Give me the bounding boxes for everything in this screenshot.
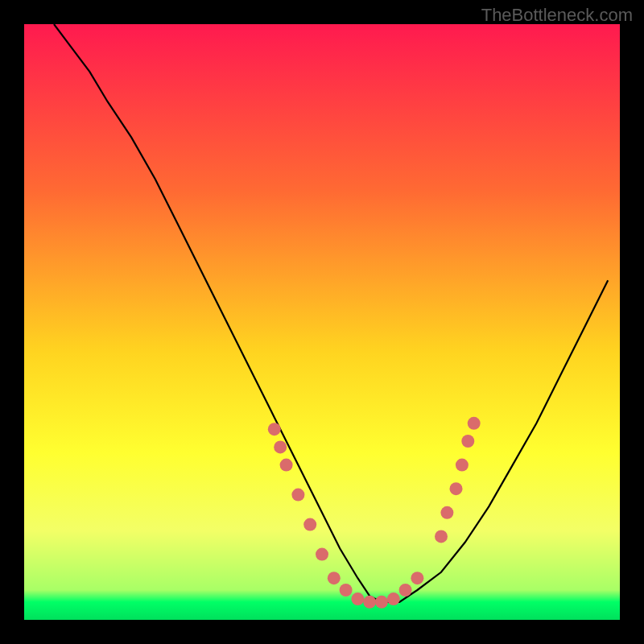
highlight-marker <box>316 548 328 561</box>
highlight-marker <box>274 440 287 453</box>
highlight-marker <box>363 596 376 609</box>
highlight-marker <box>450 482 463 495</box>
gradient-background <box>24 24 620 620</box>
highlight-marker <box>328 572 341 584</box>
highlight-marker <box>456 459 469 472</box>
highlight-marker <box>387 592 400 605</box>
highlight-marker <box>340 584 353 597</box>
highlight-marker <box>461 435 474 448</box>
bottleneck-chart <box>24 24 620 620</box>
highlight-marker <box>351 592 364 605</box>
watermark-text: TheBottleneck.com <box>481 5 633 26</box>
chart-container <box>24 24 620 620</box>
highlight-marker <box>468 417 481 430</box>
highlight-marker <box>399 584 412 597</box>
highlight-marker <box>375 596 388 609</box>
highlight-marker <box>268 423 281 436</box>
highlight-marker <box>435 530 448 543</box>
highlight-marker <box>291 489 304 502</box>
highlight-marker <box>303 518 316 531</box>
highlight-marker <box>411 572 423 584</box>
highlight-marker <box>440 506 453 519</box>
highlight-marker <box>280 459 293 472</box>
